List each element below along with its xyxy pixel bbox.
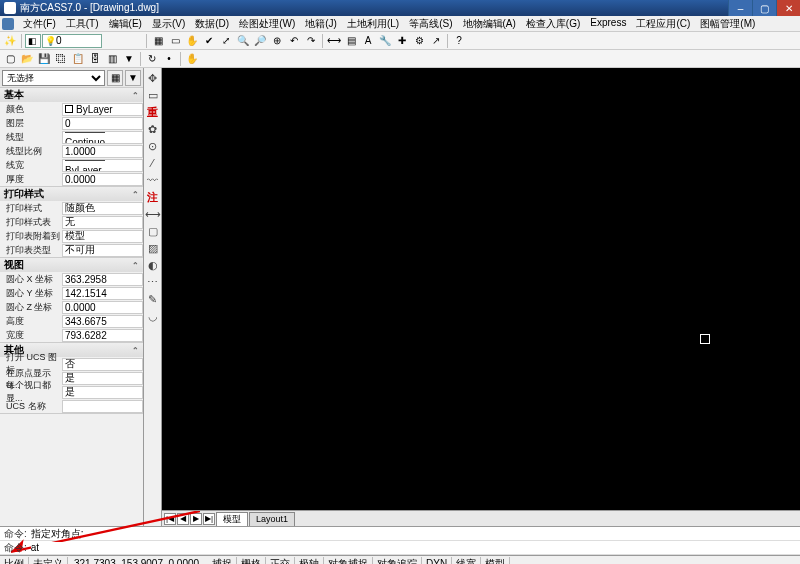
vtool-heavy-icon[interactable]: 重: [145, 104, 161, 120]
tool-check-icon[interactable]: ✔: [201, 33, 217, 49]
vtool-rect-icon[interactable]: ▭: [145, 87, 161, 103]
menu-item[interactable]: 检查入库(G): [521, 17, 585, 31]
menu-item[interactable]: 显示(V): [147, 17, 190, 31]
layer-dropdown[interactable]: 💡 0: [42, 34, 102, 48]
vtool-arc-icon[interactable]: ◡: [145, 308, 161, 324]
vtool-hatch-icon[interactable]: ▨: [145, 240, 161, 256]
prop-value[interactable]: 随颜色: [62, 202, 143, 215]
color-dropdown[interactable]: ◧: [25, 34, 41, 48]
menu-item[interactable]: 等高线(S): [404, 17, 457, 31]
prop-value[interactable]: 142.1514: [62, 287, 143, 300]
status-toggle[interactable]: 线宽: [452, 557, 481, 565]
prop-row[interactable]: 颜色ByLayer: [0, 102, 143, 116]
vtool-move-icon[interactable]: ✥: [145, 70, 161, 86]
tool-grid-icon[interactable]: ▦: [150, 33, 166, 49]
menu-item[interactable]: 编辑(E): [104, 17, 147, 31]
prop-value[interactable]: 1.0000: [62, 145, 143, 158]
layout-nav-button[interactable]: ◀: [177, 513, 189, 525]
prop-value[interactable]: 不可用: [62, 244, 143, 257]
prop-value[interactable]: 否: [62, 358, 143, 371]
tool-point-icon[interactable]: •: [161, 51, 177, 67]
prop-value[interactable]: ———— Continuo...: [62, 131, 143, 144]
prop-row[interactable]: 高度343.6675: [0, 314, 143, 328]
status-toggle[interactable]: 模型: [481, 557, 510, 565]
prop-value[interactable]: 0.0000: [62, 173, 143, 186]
menu-item[interactable]: 工程应用(C): [631, 17, 695, 31]
prop-row[interactable]: 打印表附着到模型: [0, 229, 143, 243]
tool-filter-icon[interactable]: ▼: [121, 51, 137, 67]
prop-value[interactable]: 无: [62, 216, 143, 229]
tool-copy-icon[interactable]: ⿻: [53, 51, 69, 67]
prop-value[interactable]: 是: [62, 372, 143, 385]
command-input[interactable]: [31, 542, 796, 553]
vtool-sym-icon[interactable]: ◐: [145, 257, 161, 273]
prop-row[interactable]: 打印表类型不可用: [0, 243, 143, 257]
prop-row[interactable]: 线宽———— ByLayer: [0, 158, 143, 172]
tool-paste-icon[interactable]: 📋: [70, 51, 86, 67]
prop-row[interactable]: 圆心 Y 坐标142.1514: [0, 286, 143, 300]
layout-nav-button[interactable]: |◀: [164, 513, 176, 525]
prop-value[interactable]: 793.6282: [62, 329, 143, 342]
tool-redo-icon[interactable]: ↷: [303, 33, 319, 49]
tool-zoom-out-icon[interactable]: 🔎: [252, 33, 268, 49]
menu-item[interactable]: 土地利用(L): [342, 17, 404, 31]
menu-item[interactable]: 地籍(J): [300, 17, 342, 31]
prop-row[interactable]: 打印样式随颜色: [0, 201, 143, 215]
prop-section-header[interactable]: 基本⌃: [0, 88, 143, 102]
prop-row[interactable]: 圆心 Z 坐标0.0000: [0, 300, 143, 314]
menu-item[interactable]: 图幅管理(M): [695, 17, 760, 31]
vtool-gear-icon[interactable]: ✿: [145, 121, 161, 137]
vtool-note-icon[interactable]: 注: [145, 189, 161, 205]
vtool-box-icon[interactable]: ▢: [145, 223, 161, 239]
layout-nav-button[interactable]: ▶|: [203, 513, 215, 525]
layout-nav-button[interactable]: ▶: [190, 513, 202, 525]
vtool-line-icon[interactable]: ∕: [145, 155, 161, 171]
prop-row[interactable]: 打印样式表无: [0, 215, 143, 229]
status-toggle[interactable]: 对象追踪: [373, 557, 422, 565]
menu-item[interactable]: 工具(T): [61, 17, 104, 31]
tool-table-icon[interactable]: ▤: [343, 33, 359, 49]
tool-text-icon[interactable]: A: [360, 33, 376, 49]
status-scale-value[interactable]: 未定义: [29, 557, 68, 565]
layout-tab[interactable]: 模型: [216, 512, 248, 526]
close-button[interactable]: ✕: [776, 0, 800, 16]
tool-page-icon[interactable]: ▭: [167, 33, 183, 49]
prop-value[interactable]: ByLayer: [62, 103, 143, 116]
tool-new-icon[interactable]: ▢: [2, 51, 18, 67]
status-toggle[interactable]: 正交: [266, 557, 295, 565]
tool-dim-icon[interactable]: ⟷: [326, 33, 342, 49]
tool-hand-icon[interactable]: ✋: [184, 51, 200, 67]
status-toggle[interactable]: 对象捕捉: [324, 557, 373, 565]
vtool-dim-icon[interactable]: ⟷: [145, 206, 161, 222]
prop-value[interactable]: ———— ByLayer: [62, 159, 143, 172]
vtool-point-icon[interactable]: ⊙: [145, 138, 161, 154]
tool-zoom-all-icon[interactable]: ⊕: [269, 33, 285, 49]
prop-value[interactable]: 0: [62, 117, 143, 130]
status-toggle[interactable]: 极轴: [295, 557, 324, 565]
prop-row[interactable]: 线型比例1.0000: [0, 144, 143, 158]
vtool-curve-icon[interactable]: 〰: [145, 172, 161, 188]
maximize-button[interactable]: ▢: [752, 0, 776, 16]
vtool-dash-icon[interactable]: ⋯: [145, 274, 161, 290]
tool-pan-icon[interactable]: ✋: [184, 33, 200, 49]
prop-row[interactable]: 图层0: [0, 116, 143, 130]
minimize-button[interactable]: –: [728, 0, 752, 16]
tool-open-icon[interactable]: 📂: [19, 51, 35, 67]
prop-row[interactable]: 厚度0.0000: [0, 172, 143, 186]
prop-row[interactable]: 线型———— Continuo...: [0, 130, 143, 144]
menu-item[interactable]: 数据(D): [190, 17, 234, 31]
status-toggle[interactable]: 栅格: [237, 557, 266, 565]
prop-value[interactable]: 是: [62, 386, 143, 399]
command-input-line[interactable]: 命令:: [0, 541, 800, 555]
prop-row[interactable]: UCS 名称: [0, 399, 143, 413]
menu-item[interactable]: 绘图处理(W): [234, 17, 300, 31]
tool-zoom-in-icon[interactable]: 🔍: [235, 33, 251, 49]
prop-select-icon[interactable]: ▦: [107, 70, 123, 86]
tool-arrow-icon[interactable]: ↗: [428, 33, 444, 49]
tool-undo-icon[interactable]: ↶: [286, 33, 302, 49]
tool-zoom-ext-icon[interactable]: ⤢: [218, 33, 234, 49]
status-toggle[interactable]: 捕捉: [208, 557, 237, 565]
prop-filter-icon[interactable]: ▼: [125, 70, 141, 86]
drawing-canvas[interactable]: [162, 68, 800, 510]
prop-value[interactable]: 0.0000: [62, 301, 143, 314]
